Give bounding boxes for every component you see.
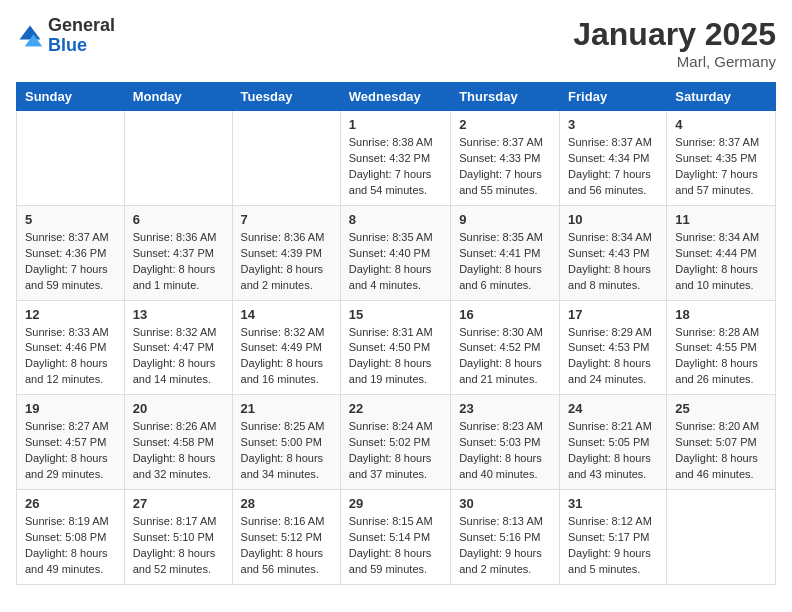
day-cell: 16Sunrise: 8:30 AM Sunset: 4:52 PM Dayli…: [451, 300, 560, 395]
col-monday: Monday: [124, 83, 232, 111]
day-number: 13: [133, 307, 224, 322]
day-info: Sunrise: 8:28 AM Sunset: 4:55 PM Dayligh…: [675, 325, 767, 389]
day-number: 31: [568, 496, 658, 511]
day-cell: 13Sunrise: 8:32 AM Sunset: 4:47 PM Dayli…: [124, 300, 232, 395]
day-cell: 10Sunrise: 8:34 AM Sunset: 4:43 PM Dayli…: [560, 205, 667, 300]
day-info: Sunrise: 8:25 AM Sunset: 5:00 PM Dayligh…: [241, 419, 332, 483]
day-info: Sunrise: 8:32 AM Sunset: 4:47 PM Dayligh…: [133, 325, 224, 389]
day-number: 7: [241, 212, 332, 227]
day-number: 19: [25, 401, 116, 416]
day-cell: [667, 490, 776, 585]
day-number: 9: [459, 212, 551, 227]
day-cell: 21Sunrise: 8:25 AM Sunset: 5:00 PM Dayli…: [232, 395, 340, 490]
day-number: 16: [459, 307, 551, 322]
day-info: Sunrise: 8:31 AM Sunset: 4:50 PM Dayligh…: [349, 325, 442, 389]
day-cell: 12Sunrise: 8:33 AM Sunset: 4:46 PM Dayli…: [17, 300, 125, 395]
week-row-2: 12Sunrise: 8:33 AM Sunset: 4:46 PM Dayli…: [17, 300, 776, 395]
day-number: 15: [349, 307, 442, 322]
day-info: Sunrise: 8:12 AM Sunset: 5:17 PM Dayligh…: [568, 514, 658, 578]
day-cell: 8Sunrise: 8:35 AM Sunset: 4:40 PM Daylig…: [340, 205, 450, 300]
col-friday: Friday: [560, 83, 667, 111]
day-info: Sunrise: 8:29 AM Sunset: 4:53 PM Dayligh…: [568, 325, 658, 389]
day-info: Sunrise: 8:21 AM Sunset: 5:05 PM Dayligh…: [568, 419, 658, 483]
day-number: 30: [459, 496, 551, 511]
day-info: Sunrise: 8:19 AM Sunset: 5:08 PM Dayligh…: [25, 514, 116, 578]
day-cell: 27Sunrise: 8:17 AM Sunset: 5:10 PM Dayli…: [124, 490, 232, 585]
day-number: 26: [25, 496, 116, 511]
day-info: Sunrise: 8:30 AM Sunset: 4:52 PM Dayligh…: [459, 325, 551, 389]
day-info: Sunrise: 8:37 AM Sunset: 4:35 PM Dayligh…: [675, 135, 767, 199]
day-info: Sunrise: 8:20 AM Sunset: 5:07 PM Dayligh…: [675, 419, 767, 483]
col-thursday: Thursday: [451, 83, 560, 111]
day-number: 5: [25, 212, 116, 227]
day-cell: 17Sunrise: 8:29 AM Sunset: 4:53 PM Dayli…: [560, 300, 667, 395]
day-number: 29: [349, 496, 442, 511]
col-tuesday: Tuesday: [232, 83, 340, 111]
logo-blue: Blue: [48, 36, 115, 56]
day-number: 10: [568, 212, 658, 227]
day-cell: [124, 111, 232, 206]
day-info: Sunrise: 8:17 AM Sunset: 5:10 PM Dayligh…: [133, 514, 224, 578]
day-cell: 7Sunrise: 8:36 AM Sunset: 4:39 PM Daylig…: [232, 205, 340, 300]
day-info: Sunrise: 8:24 AM Sunset: 5:02 PM Dayligh…: [349, 419, 442, 483]
week-row-0: 1Sunrise: 8:38 AM Sunset: 4:32 PM Daylig…: [17, 111, 776, 206]
day-cell: 20Sunrise: 8:26 AM Sunset: 4:58 PM Dayli…: [124, 395, 232, 490]
week-row-3: 19Sunrise: 8:27 AM Sunset: 4:57 PM Dayli…: [17, 395, 776, 490]
day-cell: 25Sunrise: 8:20 AM Sunset: 5:07 PM Dayli…: [667, 395, 776, 490]
day-cell: 26Sunrise: 8:19 AM Sunset: 5:08 PM Dayli…: [17, 490, 125, 585]
col-wednesday: Wednesday: [340, 83, 450, 111]
page-header: General Blue January 2025 Marl, Germany: [16, 16, 776, 70]
location: Marl, Germany: [573, 53, 776, 70]
col-sunday: Sunday: [17, 83, 125, 111]
day-info: Sunrise: 8:23 AM Sunset: 5:03 PM Dayligh…: [459, 419, 551, 483]
day-number: 24: [568, 401, 658, 416]
day-info: Sunrise: 8:38 AM Sunset: 4:32 PM Dayligh…: [349, 135, 442, 199]
day-info: Sunrise: 8:27 AM Sunset: 4:57 PM Dayligh…: [25, 419, 116, 483]
day-cell: 1Sunrise: 8:38 AM Sunset: 4:32 PM Daylig…: [340, 111, 450, 206]
day-info: Sunrise: 8:13 AM Sunset: 5:16 PM Dayligh…: [459, 514, 551, 578]
day-cell: 11Sunrise: 8:34 AM Sunset: 4:44 PM Dayli…: [667, 205, 776, 300]
day-info: Sunrise: 8:37 AM Sunset: 4:34 PM Dayligh…: [568, 135, 658, 199]
day-cell: 19Sunrise: 8:27 AM Sunset: 4:57 PM Dayli…: [17, 395, 125, 490]
day-cell: 3Sunrise: 8:37 AM Sunset: 4:34 PM Daylig…: [560, 111, 667, 206]
day-number: 22: [349, 401, 442, 416]
day-number: 18: [675, 307, 767, 322]
day-number: 8: [349, 212, 442, 227]
day-cell: 4Sunrise: 8:37 AM Sunset: 4:35 PM Daylig…: [667, 111, 776, 206]
logo-icon: [16, 22, 44, 50]
day-cell: 9Sunrise: 8:35 AM Sunset: 4:41 PM Daylig…: [451, 205, 560, 300]
day-cell: 18Sunrise: 8:28 AM Sunset: 4:55 PM Dayli…: [667, 300, 776, 395]
day-cell: [17, 111, 125, 206]
day-info: Sunrise: 8:32 AM Sunset: 4:49 PM Dayligh…: [241, 325, 332, 389]
day-cell: [232, 111, 340, 206]
logo: General Blue: [16, 16, 115, 56]
day-number: 11: [675, 212, 767, 227]
day-number: 25: [675, 401, 767, 416]
week-row-1: 5Sunrise: 8:37 AM Sunset: 4:36 PM Daylig…: [17, 205, 776, 300]
svg-marker-0: [20, 25, 41, 39]
day-cell: 15Sunrise: 8:31 AM Sunset: 4:50 PM Dayli…: [340, 300, 450, 395]
day-number: 14: [241, 307, 332, 322]
day-cell: 6Sunrise: 8:36 AM Sunset: 4:37 PM Daylig…: [124, 205, 232, 300]
day-number: 20: [133, 401, 224, 416]
day-info: Sunrise: 8:26 AM Sunset: 4:58 PM Dayligh…: [133, 419, 224, 483]
day-number: 4: [675, 117, 767, 132]
day-info: Sunrise: 8:37 AM Sunset: 4:36 PM Dayligh…: [25, 230, 116, 294]
day-cell: 23Sunrise: 8:23 AM Sunset: 5:03 PM Dayli…: [451, 395, 560, 490]
day-number: 3: [568, 117, 658, 132]
day-info: Sunrise: 8:16 AM Sunset: 5:12 PM Dayligh…: [241, 514, 332, 578]
day-info: Sunrise: 8:33 AM Sunset: 4:46 PM Dayligh…: [25, 325, 116, 389]
logo-general: General: [48, 16, 115, 36]
calendar-table: Sunday Monday Tuesday Wednesday Thursday…: [16, 82, 776, 585]
day-number: 27: [133, 496, 224, 511]
day-cell: 2Sunrise: 8:37 AM Sunset: 4:33 PM Daylig…: [451, 111, 560, 206]
day-cell: 22Sunrise: 8:24 AM Sunset: 5:02 PM Dayli…: [340, 395, 450, 490]
day-number: 2: [459, 117, 551, 132]
day-info: Sunrise: 8:15 AM Sunset: 5:14 PM Dayligh…: [349, 514, 442, 578]
week-row-4: 26Sunrise: 8:19 AM Sunset: 5:08 PM Dayli…: [17, 490, 776, 585]
day-cell: 29Sunrise: 8:15 AM Sunset: 5:14 PM Dayli…: [340, 490, 450, 585]
day-number: 1: [349, 117, 442, 132]
day-cell: 24Sunrise: 8:21 AM Sunset: 5:05 PM Dayli…: [560, 395, 667, 490]
day-cell: 28Sunrise: 8:16 AM Sunset: 5:12 PM Dayli…: [232, 490, 340, 585]
day-cell: 5Sunrise: 8:37 AM Sunset: 4:36 PM Daylig…: [17, 205, 125, 300]
